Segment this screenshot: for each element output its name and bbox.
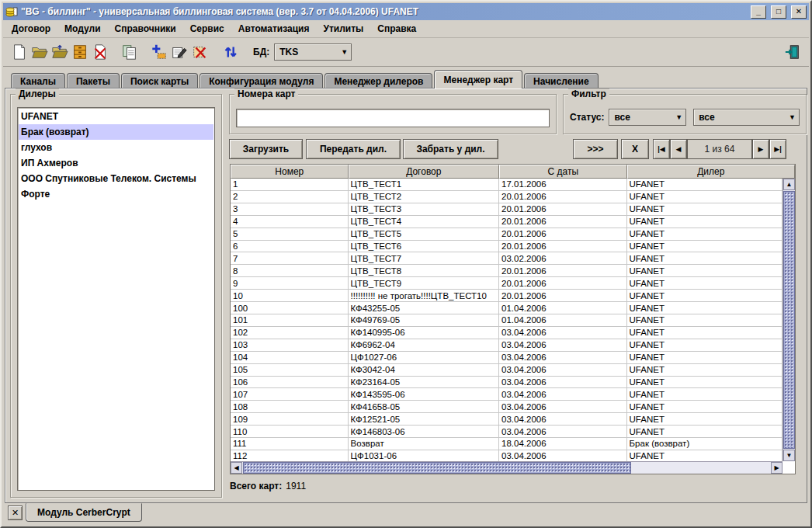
table-cell: UFANET: [627, 377, 783, 388]
status-filter-label: Статус:: [570, 112, 604, 123]
table-cell: UFANET: [627, 450, 783, 462]
refresh-icon[interactable]: [220, 42, 241, 62]
remove-card-icon[interactable]: [189, 42, 210, 62]
column-header[interactable]: Дилер: [627, 165, 795, 179]
prev-page-button[interactable]: ◀: [670, 139, 687, 159]
new-document-icon[interactable]: [9, 42, 29, 62]
table-row[interactable]: 6ЦТВ_ТЕСТ620.01.2006UFANET: [231, 241, 783, 253]
table-row[interactable]: 8ЦТВ_ТЕСТ820.01.2006UFANET: [231, 265, 783, 277]
table-row[interactable]: 100КФ43255-0501.04.2006UFANET: [231, 302, 783, 314]
dealer-list-item[interactable]: глухов: [19, 140, 213, 155]
take-from-dealer-button[interactable]: Забрать у дил.: [403, 139, 498, 159]
edit-card-icon[interactable]: [169, 42, 189, 62]
cards-table-header: НомерДоговорС датыДилер: [231, 165, 795, 179]
db-combobox[interactable]: TKS ▼: [274, 43, 352, 61]
dealer-list-item[interactable]: ООО Спутниковые Телеком. Системы: [19, 171, 213, 186]
tab-Каналы[interactable]: Каналы: [11, 73, 65, 89]
menu-item[interactable]: Договор: [5, 21, 57, 36]
tab-Менеджер дилеров[interactable]: Менеджер дилеров: [324, 73, 432, 89]
delete-document-icon[interactable]: [90, 42, 110, 62]
clear-button[interactable]: X: [621, 139, 649, 159]
table-cell: UFANET: [627, 426, 783, 437]
bottom-tab-Модуль CerberCrypt[interactable]: Модуль CerberCrypt: [26, 503, 142, 522]
menu-item[interactable]: Справка: [370, 21, 423, 36]
table-row[interactable]: 5ЦТВ_ТЕСТ520.01.2006UFANET: [231, 228, 783, 241]
menu-item[interactable]: Утилиты: [316, 21, 370, 36]
open-folder-alt-icon[interactable]: [50, 42, 70, 62]
exit-icon[interactable]: [783, 42, 803, 62]
tab-Конфигурация модуля[interactable]: Конфигурация модуля: [200, 73, 323, 89]
card-numbers-group-title: Номера карт: [234, 89, 298, 99]
tab-Менеджер карт[interactable]: Менеджер карт: [434, 70, 522, 89]
table-row[interactable]: 1ЦТВ_ТЕСТ117.01.2006UFANET: [231, 179, 783, 191]
column-header[interactable]: Договор: [349, 165, 499, 179]
table-cell: КФ49769-05: [349, 314, 499, 326]
expand-button[interactable]: >>>: [573, 139, 618, 159]
table-cell: 20.01.2006: [499, 241, 627, 252]
vertical-scrollbar[interactable]: ▲ ▼: [783, 179, 795, 461]
card-manager-panel: Дилеры UFANETБрак (возврат)глуховИП Ахме…: [5, 88, 807, 503]
table-row[interactable]: 109КФ12521-0503.04.2006UFANET: [231, 413, 783, 426]
table-row[interactable]: 105КФ3042-0403.04.2006UFANET: [231, 364, 783, 377]
table-row[interactable]: 7ЦТВ_ТЕСТ703.02.2006UFANET: [231, 252, 783, 265]
table-row[interactable]: 101КФ49769-0501.04.2006UFANET: [231, 314, 783, 327]
menu-item[interactable]: Сервис: [183, 21, 231, 36]
tab-Начисление[interactable]: Начисление: [524, 73, 599, 89]
card-cabinet-icon[interactable]: [70, 42, 90, 62]
table-row[interactable]: 10!!!!!!!!!! не трогать!!!!ЦТВ_ТЕСТ1020.…: [231, 290, 783, 302]
table-row[interactable]: 104ЦФ1027-0603.04.2006UFANET: [231, 352, 783, 364]
tab-Пакеты[interactable]: Пакеты: [67, 73, 120, 89]
table-cell: UFANET: [627, 241, 783, 252]
column-header[interactable]: Номер: [231, 165, 349, 179]
table-cell: 106: [231, 377, 349, 388]
table-cell: UFANET: [627, 314, 783, 326]
menu-item[interactable]: Модули: [57, 21, 107, 36]
table-row[interactable]: 110КФ146803-0603.04.2006UFANET: [231, 426, 783, 438]
dealer-list-item[interactable]: UFANET: [19, 109, 213, 124]
status-filter-combobox[interactable]: все ▼: [609, 109, 686, 126]
table-row[interactable]: 102КФ140995-0603.04.2006UFANET: [231, 327, 783, 339]
dealer-list-item[interactable]: Форте: [19, 186, 213, 202]
first-page-button[interactable]: |◀: [653, 139, 670, 159]
table-row[interactable]: 2ЦТВ_ТЕСТ220.01.2006UFANET: [231, 191, 783, 203]
open-folder-icon[interactable]: [29, 42, 50, 62]
column-header[interactable]: С даты: [499, 165, 627, 179]
horizontal-scroll-thumb[interactable]: [243, 462, 631, 474]
scroll-up-icon[interactable]: ▲: [783, 179, 795, 190]
table-row[interactable]: 107КФ143595-0603.04.2006UFANET: [231, 388, 783, 401]
table-row[interactable]: 3ЦТВ_ТЕСТ320.01.2006UFANET: [231, 203, 783, 216]
close-module-button[interactable]: ✕: [8, 505, 23, 520]
menu-item[interactable]: Справочники: [108, 21, 183, 36]
tab-Поиск карты[interactable]: Поиск карты: [121, 73, 198, 89]
close-button[interactable]: ✕: [791, 5, 807, 19]
table-cell: 103: [231, 339, 349, 351]
dealer-list-item[interactable]: ИП Ахмеров: [19, 155, 213, 171]
table-cell: 6: [231, 241, 349, 252]
table-row[interactable]: 106КФ23164-0503.04.2006UFANET: [231, 377, 783, 389]
minimize-button[interactable]: _: [751, 5, 766, 19]
table-row[interactable]: 111Возврат18.04.2006Брак (возврат): [231, 438, 783, 450]
load-button[interactable]: Загрузить: [229, 139, 303, 159]
vertical-scroll-thumb[interactable]: [783, 191, 795, 449]
scroll-right-icon[interactable]: ▶: [771, 462, 783, 474]
table-row[interactable]: 108КФ41658-0503.04.2006UFANET: [231, 401, 783, 413]
next-page-button[interactable]: ▶: [752, 139, 769, 159]
last-page-button[interactable]: ▶|: [769, 139, 786, 159]
scroll-down-icon[interactable]: ▼: [783, 450, 795, 461]
add-card-icon[interactable]: [149, 42, 169, 62]
table-cell: 100: [231, 302, 349, 314]
table-row[interactable]: 9ЦТВ_ТЕСТ920.01.2006UFANET: [231, 277, 783, 290]
table-cell: UFANET: [627, 339, 783, 351]
give-to-dealer-button[interactable]: Передать дил.: [306, 139, 401, 159]
table-row[interactable]: 4ЦТВ_ТЕСТ420.01.2006UFANET: [231, 216, 783, 228]
dealer-list-item[interactable]: Брак (возврат): [19, 124, 213, 140]
scroll-left-icon[interactable]: ◀: [231, 462, 242, 474]
copy-document-icon[interactable]: [120, 42, 140, 62]
menu-item[interactable]: Автоматизация: [231, 21, 317, 36]
secondary-filter-combobox[interactable]: все ▼: [693, 109, 800, 126]
card-numbers-input[interactable]: [236, 109, 550, 127]
maximize-button[interactable]: □: [771, 5, 786, 19]
table-row[interactable]: 103КФ6962-0403.04.2006UFANET: [231, 339, 783, 352]
total-cards-status: Всего карт: 1911: [230, 481, 306, 492]
horizontal-scrollbar[interactable]: ◀ ▶: [231, 461, 783, 474]
